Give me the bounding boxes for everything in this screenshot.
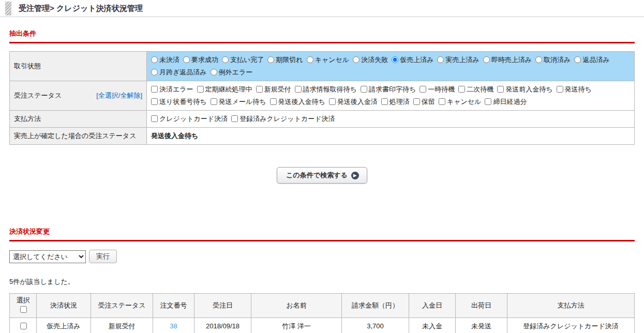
order-status-option[interactable]: 請求情報取得待ち — [295, 85, 357, 93]
order-date-cell: 2018/09/18 — [194, 318, 251, 333]
trade-status-option[interactable]: 例外エラー — [211, 68, 253, 76]
order-status-option-label: 発送待ち — [565, 85, 592, 93]
trade-status-radio[interactable] — [222, 56, 229, 63]
select-all-link[interactable]: 全選択 — [98, 92, 118, 99]
order-status-option[interactable]: 発送前入金待ち — [497, 85, 552, 93]
trade-status-option-label: 支払い完了 — [230, 56, 264, 64]
order-status-option[interactable]: 一時待機 — [420, 85, 455, 93]
trade-status-radio[interactable] — [267, 56, 274, 63]
order-status-checkbox[interactable] — [381, 98, 388, 105]
trade-status-radio[interactable] — [211, 69, 217, 75]
trade-status-radio[interactable] — [183, 56, 190, 63]
status-change-select[interactable]: 選択してください — [9, 250, 86, 263]
order-status-checkbox[interactable] — [413, 98, 420, 105]
order-status-checkbox[interactable] — [197, 86, 204, 93]
order-status-option[interactable]: 発送後入金待ち — [270, 98, 325, 105]
order-status-option[interactable]: 二次待機 — [458, 85, 493, 93]
payment-status-cell: 仮売上済み — [37, 318, 91, 333]
order-status-checkbox[interactable] — [329, 98, 336, 105]
trade-status-radio[interactable] — [535, 56, 542, 63]
order-status-checkbox[interactable] — [420, 86, 426, 93]
clear-all-link[interactable]: 全解除 — [120, 92, 140, 99]
order-status-checkbox[interactable] — [485, 98, 491, 105]
payment-method-option-label: 登録済みクレジットカード決済 — [239, 115, 335, 123]
trade-status-option[interactable]: 支払い完了 — [222, 56, 264, 64]
order-status-option[interactable]: 処理済 — [381, 98, 410, 105]
deposit-date-cell: 未入金 — [409, 318, 456, 333]
trade-status-radio[interactable] — [437, 56, 444, 63]
order-status-checkbox[interactable] — [151, 86, 158, 93]
select-all-checkbox[interactable] — [20, 306, 27, 313]
trade-status-option[interactable]: キャンセル — [307, 56, 350, 64]
trade-status-option[interactable]: 仮売上済み — [392, 56, 433, 64]
trade-status-radio[interactable] — [353, 56, 360, 63]
order-status-option-label: キャンセル — [447, 98, 482, 105]
trade-status-option[interactable]: 取消済み — [535, 56, 571, 64]
title-stripe-decoration — [5, 2, 11, 16]
order-status-checkbox[interactable] — [439, 98, 445, 105]
order-status-option[interactable]: キャンセル — [439, 98, 482, 105]
column-header-8: 入金日 — [409, 294, 456, 318]
trade-status-option[interactable]: 要求成功 — [183, 56, 218, 64]
result-count-text: 5件が該当しました。 — [9, 277, 635, 286]
trade-status-option[interactable]: 期限切れ — [267, 56, 303, 64]
order-status-checkbox[interactable] — [458, 86, 465, 93]
order-status-checkbox[interactable] — [361, 86, 367, 93]
order-status-option[interactable]: 締日経過分 — [485, 98, 527, 105]
order-status-option[interactable]: 定期継続処理中 — [197, 85, 252, 93]
search-button[interactable]: この条件で検索する ▶ — [277, 167, 367, 184]
trade-status-radio[interactable] — [574, 56, 581, 63]
trade-status-option-label: 実売上済み — [445, 56, 479, 64]
order-status-option-label: 発送メール待ち — [219, 98, 266, 105]
trade-status-radio[interactable] — [151, 69, 158, 75]
select-column-label: 選択 — [13, 296, 33, 305]
order-status-checkbox[interactable] — [295, 86, 302, 93]
order-number-cell: 38 — [153, 318, 194, 333]
order-status-option[interactable]: 請求書印字待ち — [361, 85, 416, 93]
trade-status-option[interactable]: 月跨ぎ返品済み — [151, 68, 207, 76]
trade-status-option-label: 要求成功 — [191, 56, 218, 64]
order-status-option[interactable]: 発送待ち — [557, 85, 592, 93]
payment-method-option[interactable]: 登録済みクレジットカード決済 — [231, 115, 335, 123]
ship-date-cell: 未発送 — [456, 318, 507, 333]
column-header-7: 請求金額（円） — [342, 294, 409, 318]
trade-status-option-label: 期限切れ — [276, 56, 303, 64]
results-header-row: 選択決済状況受注ステータス注文番号受注日お名前請求金額（円）入金日出荷日支払方法 — [10, 294, 635, 318]
order-status-option[interactable]: 決済エラー — [151, 85, 193, 93]
trade-status-radio[interactable] — [307, 56, 313, 63]
order-status-checkbox[interactable] — [557, 86, 563, 93]
row-select-checkbox[interactable] — [20, 323, 27, 329]
trade-status-radio[interactable] — [392, 56, 398, 63]
order-status-option-label: 請求書印字待ち — [369, 85, 416, 93]
order-number-link[interactable]: 38 — [170, 322, 177, 330]
trade-status-radio[interactable] — [483, 56, 490, 63]
page-title: 受注管理> クレジット決済状況管理 — [19, 4, 143, 13]
payment-method-options: クレジットカード決済登録済みクレジットカード決済 — [147, 111, 635, 128]
trade-status-option[interactable]: 未決済 — [151, 56, 179, 64]
payment-method-checkbox[interactable] — [231, 115, 238, 122]
order-status-bulk-links: [全選択/全解除] — [96, 91, 142, 100]
column-header-4: 注文番号 — [153, 294, 194, 318]
order-status-checkbox[interactable] — [497, 86, 504, 93]
order-status-option[interactable]: 新規受付 — [256, 85, 291, 93]
trade-status-option[interactable]: 決済失敗 — [353, 56, 388, 64]
execute-button[interactable]: 実行 — [89, 250, 117, 263]
order-status-option[interactable]: 保留 — [413, 98, 435, 105]
column-header-9: 出荷日 — [456, 294, 507, 318]
trade-status-radio[interactable] — [151, 56, 158, 63]
payment-method-checkbox[interactable] — [151, 115, 158, 122]
order-status-option[interactable]: 発送メール待ち — [211, 98, 266, 105]
order-status-option[interactable]: 発送後入金済 — [329, 98, 378, 105]
order-status-checkbox[interactable] — [151, 98, 158, 105]
order-status-option[interactable]: 送り状番号待ち — [151, 98, 207, 105]
payment-method-option[interactable]: クレジットカード決済 — [151, 115, 228, 123]
trade-status-option[interactable]: 実売上済み — [437, 56, 479, 64]
order-status-checkbox[interactable] — [211, 98, 217, 105]
filter-conditions-table: 取引状態 未決済要求成功支払い完了期限切れキャンセル決済失敗仮売上済み実売上済み… — [9, 51, 635, 145]
trade-status-option[interactable]: 返品済み — [574, 56, 609, 64]
trade-status-option[interactable]: 即時売上済み — [483, 56, 532, 64]
order-status-option-label: 締日経過分 — [493, 98, 527, 105]
order-status-checkbox[interactable] — [256, 86, 263, 93]
order-status-row: 受注ステータス [全選択/全解除] 決済エラー定期継続処理中新規受付請求情報取得… — [10, 81, 635, 111]
order-status-checkbox[interactable] — [270, 98, 277, 105]
